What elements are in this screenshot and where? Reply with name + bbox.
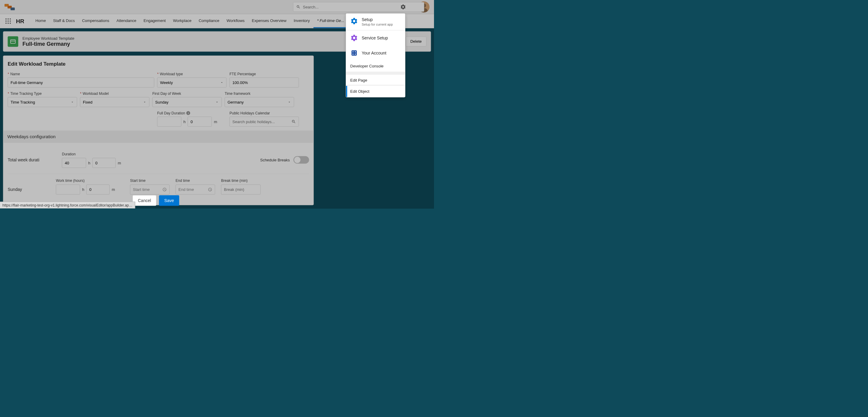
- first-day-select[interactable]: Sunday: [153, 97, 222, 107]
- svg-rect-19: [355, 51, 355, 53]
- name-label: Name: [10, 72, 20, 76]
- app-launcher[interactable]: [4, 18, 12, 25]
- work-time-label: Work time (hours): [56, 178, 115, 183]
- menu-developer-console[interactable]: Developer Console: [346, 61, 405, 72]
- nav-tab-staff[interactable]: Staff & Docs: [50, 14, 79, 28]
- menu-service-setup[interactable]: Service Setup: [346, 30, 405, 45]
- full-day-label: Full Day Duration: [157, 111, 185, 115]
- full-day-h-input[interactable]: [157, 117, 181, 127]
- nav-tab-active[interactable]: * Full-time Ge...: [313, 14, 348, 28]
- menu-edit-page[interactable]: Edit Page: [346, 75, 405, 86]
- menu-your-account[interactable]: Your Account: [346, 45, 405, 61]
- start-time-input[interactable]: Start time: [130, 184, 170, 195]
- menu-edit-object[interactable]: Edit Object: [346, 86, 405, 97]
- menu-setup[interactable]: Setup Setup for current app: [346, 13, 405, 30]
- nav-tab-workflows[interactable]: Workflows: [223, 14, 248, 28]
- holidays-search[interactable]: [230, 117, 299, 127]
- svg-point-8: [10, 19, 11, 20]
- app-logo: [4, 3, 18, 11]
- chevron-down-icon: [215, 100, 219, 104]
- fte-input[interactable]: [230, 78, 299, 88]
- svg-rect-18: [352, 51, 353, 53]
- fte-label: FTE Percentage: [230, 72, 299, 76]
- object-label: Employee Workload Template: [23, 36, 74, 41]
- nav-tab-workplace[interactable]: Workplace: [169, 14, 195, 28]
- chevron-down-icon: [220, 81, 224, 84]
- setup-gear-button[interactable]: [399, 3, 407, 11]
- svg-rect-15: [10, 40, 16, 43]
- search-icon: [296, 5, 301, 9]
- start-time-label: Start time: [130, 178, 170, 183]
- workload-type-label: Workload type: [160, 72, 183, 76]
- gear-purple-icon: [350, 34, 358, 42]
- app-name: HR: [16, 18, 24, 24]
- save-button[interactable]: Save: [159, 196, 179, 206]
- clock-icon: [208, 187, 212, 192]
- time-framework-select[interactable]: Germany: [225, 97, 294, 107]
- info-icon[interactable]: i: [186, 111, 190, 115]
- svg-point-6: [5, 19, 7, 20]
- nav-tab-compensations[interactable]: Compensations: [79, 14, 113, 28]
- svg-point-12: [5, 23, 7, 24]
- tracking-type-select[interactable]: Time Tracking: [8, 97, 77, 107]
- schedule-breaks-toggle[interactable]: [293, 156, 309, 164]
- sunday-h-input[interactable]: [56, 184, 80, 195]
- workload-type-select[interactable]: Weekly: [157, 78, 227, 88]
- global-header: [0, 0, 434, 14]
- schedule-breaks-label: Schedule Breaks: [260, 158, 290, 162]
- break-input[interactable]: [221, 184, 261, 195]
- delete-button[interactable]: Delete: [406, 37, 427, 47]
- time-framework-label: Time framework: [225, 92, 294, 96]
- weekdays-section-header: Weekdays configuration: [3, 131, 314, 143]
- svg-rect-21: [355, 54, 355, 55]
- workload-model-select[interactable]: Fixed: [80, 97, 150, 107]
- chevron-down-icon: [143, 100, 147, 104]
- chevron-down-icon: [287, 100, 291, 104]
- break-time-label: Break time (min): [221, 178, 261, 183]
- nav-tabs: Home Staff & Docs Compensations Attendan…: [32, 14, 348, 28]
- first-day-label: First Day of Week: [153, 92, 222, 96]
- setup-menu: Setup Setup for current app Service Setu…: [346, 13, 405, 98]
- nav-tab-inventory[interactable]: Inventory: [290, 14, 313, 28]
- building-icon: [350, 49, 358, 57]
- nav-tab-engagement[interactable]: Engagement: [140, 14, 169, 28]
- clock-icon: [162, 187, 167, 192]
- svg-point-11: [10, 21, 11, 22]
- full-day-m-input[interactable]: [188, 117, 212, 127]
- nav-tab-home[interactable]: Home: [32, 14, 50, 28]
- svg-point-10: [7, 21, 9, 22]
- edit-form: Edit Workload Template *Name *Workload t…: [3, 56, 314, 205]
- svg-rect-2: [10, 7, 15, 10]
- svg-point-14: [10, 23, 11, 24]
- name-input[interactable]: [8, 78, 154, 88]
- search-icon: [291, 119, 296, 124]
- status-bar-url: https://flair-marketing-test-org-v1.ligh…: [0, 202, 135, 209]
- total-m-input[interactable]: [93, 158, 116, 168]
- chevron-down-icon: [70, 100, 74, 104]
- total-h-input[interactable]: [62, 158, 86, 168]
- sunday-m-input[interactable]: [87, 184, 110, 195]
- nav-tab-attendance[interactable]: Attendance: [113, 14, 140, 28]
- end-time-input[interactable]: End time: [176, 184, 215, 195]
- record-name: Full-time Germany: [23, 41, 74, 47]
- svg-rect-20: [352, 54, 353, 55]
- nav-tab-compliance[interactable]: Compliance: [195, 14, 223, 28]
- tracking-type-label: Time Tracking Type: [10, 92, 41, 96]
- svg-rect-17: [351, 50, 356, 56]
- svg-point-7: [7, 19, 9, 20]
- holidays-label: Public Holidays Calendar: [230, 111, 299, 115]
- record-icon: [8, 36, 19, 47]
- cancel-button[interactable]: Cancel: [133, 196, 156, 206]
- sunday-label: Sunday: [8, 187, 50, 195]
- gear-icon: [350, 17, 358, 25]
- svg-point-9: [5, 21, 7, 22]
- svg-point-13: [7, 23, 9, 24]
- duration-label: Duration: [62, 152, 121, 156]
- end-time-label: End time: [176, 178, 215, 183]
- nav-tab-expenses[interactable]: Expenses Overview: [248, 14, 290, 28]
- form-title: Edit Workload Template: [8, 61, 309, 67]
- workload-model-label: Workload Model: [83, 92, 108, 96]
- total-week-label: Total week durati: [8, 158, 62, 162]
